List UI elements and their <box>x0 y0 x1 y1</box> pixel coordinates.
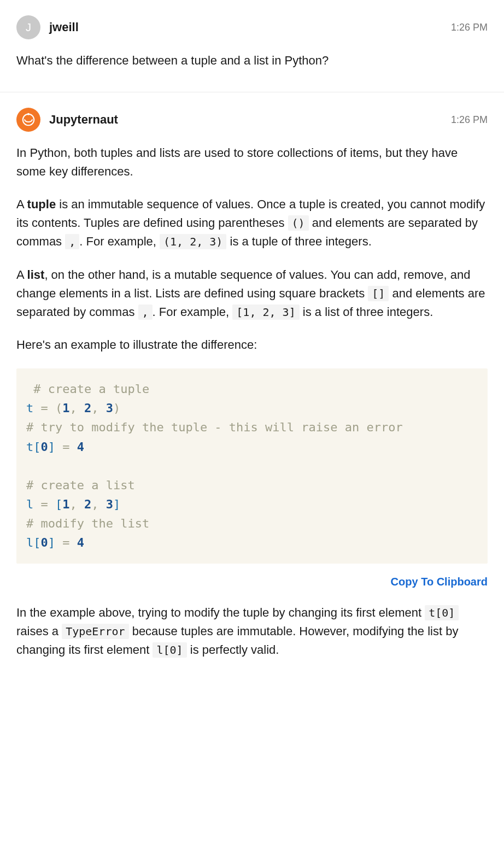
message-body: In Python, both tuples and lists are use… <box>16 144 488 659</box>
jupyternaut-avatar <box>16 108 40 132</box>
code-example: # create a tuple t = (1, 2, 3) # try to … <box>16 368 488 564</box>
answer-paragraph: Here's an example to illustrate the diff… <box>16 336 488 354</box>
avatar-initial: J <box>26 21 31 34</box>
copy-to-clipboard-button[interactable]: Copy To Clipboard <box>391 573 488 590</box>
code-block[interactable]: # create a tuple t = (1, 2, 3) # try to … <box>16 368 488 564</box>
inline-code: l[0] <box>153 642 186 658</box>
inline-code: TypeError <box>62 624 128 639</box>
inline-code: , <box>65 234 79 249</box>
inline-code: (1, 2, 3) <box>160 234 226 249</box>
username: Jupyternaut <box>49 113 118 127</box>
answer-paragraph: A tuple is an immutable sequence of valu… <box>16 195 488 251</box>
message-header: J jweill 1:26 PM <box>16 15 488 39</box>
answer-paragraph: A list, on the other hand, is a mutable … <box>16 266 488 321</box>
timestamp: 1:26 PM <box>451 114 488 126</box>
message-body: What's the difference between a tuple an… <box>16 51 488 70</box>
user-avatar: J <box>16 15 40 39</box>
username: jweill <box>49 20 79 34</box>
inline-code: () <box>288 215 309 231</box>
user-question: What's the difference between a tuple an… <box>16 51 488 70</box>
inline-code: [] <box>368 286 389 301</box>
assistant-message: Jupyternaut 1:26 PM In Python, both tupl… <box>0 92 504 681</box>
svg-point-1 <box>27 113 30 115</box>
answer-paragraph: In the example above, trying to modify t… <box>16 604 488 659</box>
user-message: J jweill 1:26 PM What's the difference b… <box>0 0 504 92</box>
inline-code: , <box>138 304 153 320</box>
bold-term: tuple <box>27 197 56 211</box>
timestamp: 1:26 PM <box>451 22 488 33</box>
inline-code: t[0] <box>425 605 459 620</box>
answer-paragraph: In Python, both tuples and lists are use… <box>16 144 488 181</box>
inline-code: [1, 2, 3] <box>232 304 299 320</box>
jupyternaut-icon <box>20 112 37 128</box>
bold-term: list <box>27 268 45 282</box>
copy-row: Copy To Clipboard <box>16 573 488 590</box>
message-header: Jupyternaut 1:26 PM <box>16 108 488 132</box>
